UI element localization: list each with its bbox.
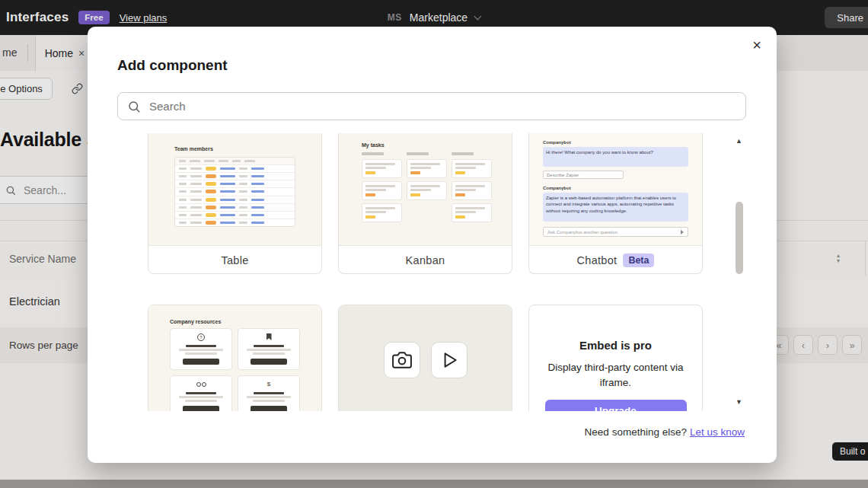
cell-bar: [190, 175, 202, 177]
dollar-glyph: $: [267, 381, 270, 388]
status-pill: [206, 167, 216, 171]
link-bar: [220, 175, 235, 177]
close-icon[interactable]: ×: [749, 34, 764, 56]
link-bar: [251, 167, 264, 170]
bot-name-label: Companybot: [543, 140, 571, 145]
chat-ask-input: Ask Companybot another question: [543, 227, 688, 237]
title-bar: [186, 345, 215, 347]
cell-bar: [179, 175, 187, 177]
tag-pill: [365, 215, 375, 218]
modal-title: Add component: [117, 57, 228, 74]
cell-bar: [239, 214, 247, 216]
cell-bar: [239, 183, 247, 185]
scroll-down-icon[interactable]: ▼: [736, 398, 742, 406]
upgrade-button[interactable]: Upgrade: [545, 400, 687, 412]
question-glyph: ?: [197, 333, 205, 341]
links-thumb-title: Company resources: [170, 319, 221, 324]
dollar-icon: $: [267, 380, 270, 388]
resource-card: [238, 328, 300, 370]
link-bar: [220, 167, 235, 170]
chatbot-thumbnail: Companybot Hi there! What company do you…: [529, 133, 702, 245]
component-card-embed[interactable]: Embed is pro Display third-party content…: [528, 305, 703, 411]
kanban-card: [407, 181, 447, 200]
table-thumb-row: [175, 187, 295, 195]
camera-icon: [384, 342, 420, 378]
add-component-modal: × Add component Team members Table: [88, 27, 777, 463]
send-icon: [681, 230, 684, 234]
links-thumb-grid: ?$: [170, 328, 300, 411]
table-thumb-title: Team members: [174, 146, 213, 152]
card-label-text: Kanban: [406, 254, 445, 266]
cell-bar: [190, 167, 202, 170]
link-bar: [251, 214, 264, 216]
status-pill: [206, 190, 216, 193]
text-bar: [455, 163, 485, 165]
text-bar: [253, 352, 285, 355]
status-pill: [206, 213, 216, 217]
mini-button: [183, 406, 220, 411]
cell-bar: [239, 167, 247, 170]
text-bar: [410, 163, 440, 165]
text-bar: [455, 167, 476, 169]
kanban-card: [452, 181, 492, 200]
component-scroll-area[interactable]: Team members Table My tasks Kanban: [88, 133, 777, 411]
cell-bar: [239, 175, 247, 177]
beta-badge: Beta: [623, 254, 654, 267]
people-icon: [196, 380, 206, 388]
link-bar: [251, 183, 264, 185]
status-pill: [206, 206, 216, 209]
cell-bar: [190, 190, 202, 193]
tag-pill: [410, 171, 420, 174]
text-bar: [185, 352, 217, 355]
kanban-thumb-title: My tasks: [362, 142, 385, 148]
cell-bar: [190, 199, 202, 201]
let-us-know-link[interactable]: Let us know: [690, 426, 745, 438]
component-card-media[interactable]: [338, 305, 512, 411]
text-bar: [455, 185, 485, 187]
title-bar: [254, 392, 283, 394]
card-label: Chatbot Beta: [529, 245, 702, 274]
table-thumb-row: [175, 164, 295, 172]
card-label: Table: [148, 245, 321, 274]
component-search-box[interactable]: [117, 92, 746, 120]
people-glyph: [196, 382, 206, 387]
scrollbar-thumb[interactable]: [736, 202, 743, 274]
bookmark-glyph: [266, 333, 272, 340]
component-card-chatbot[interactable]: Companybot Hi there! What company do you…: [528, 133, 703, 274]
component-card-table[interactable]: Team members Table: [148, 133, 322, 274]
cell-bar: [239, 222, 247, 224]
tag-pill: [410, 193, 420, 196]
cell-bar: [190, 214, 202, 216]
text-bar: [247, 396, 291, 398]
text-bar: [455, 207, 485, 209]
link-bar: [251, 206, 264, 209]
link-bar: [220, 199, 235, 201]
table-thumb-row: [175, 180, 295, 187]
question-icon: ?: [197, 333, 205, 341]
chat-input-preview: Describe Zapier: [543, 171, 624, 179]
text-bar: [365, 185, 395, 187]
text-bar: [253, 400, 285, 402]
cell-bar: [239, 199, 247, 201]
cell-bar: [179, 190, 187, 193]
kanban-card: [362, 181, 402, 200]
header-bar: [219, 160, 228, 162]
component-card-kanban[interactable]: My tasks Kanban: [338, 133, 512, 274]
header-bar: [179, 160, 186, 162]
text-bar: [365, 211, 386, 213]
footer-prompt: Need something else?: [585, 426, 687, 438]
embed-pro-description: Display third-party content via iframe.: [545, 360, 687, 391]
person-dot: [202, 382, 206, 387]
tag-pill: [365, 193, 375, 196]
kanban-thumbnail: My tasks: [339, 133, 512, 245]
link-bar: [220, 190, 235, 193]
component-search-input[interactable]: [148, 99, 714, 113]
text-bar: [179, 396, 223, 398]
component-grid: Team members Table My tasks Kanban: [148, 133, 703, 411]
component-card-links[interactable]: Company resources ?$: [148, 305, 322, 411]
kanban-card: [362, 203, 402, 222]
scroll-up-icon[interactable]: ▲: [736, 137, 742, 145]
table-thumbnail: Team members: [148, 133, 321, 245]
text-bar: [410, 189, 431, 191]
header-bar: [190, 160, 200, 162]
